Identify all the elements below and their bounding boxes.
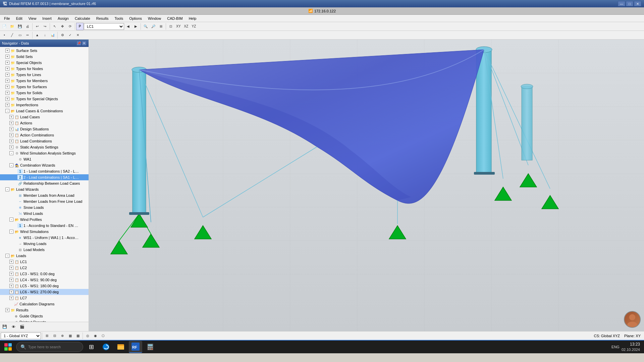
tree-item-wa1[interactable]: ⚙ WA1 [0,156,89,162]
expander-lc5[interactable]: + [9,284,13,288]
tree-item-lc7[interactable]: + 📋 LC7 [0,295,89,301]
zoom-out-btn[interactable]: 🔎 [150,23,157,30]
viewport[interactable] [89,40,644,331]
tree-item-load-wiz[interactable]: - 📂 Load Wizards [0,186,89,192]
tree-item-guide-obj[interactable]: ⊕ Guide Objects [0,313,89,319]
surface-btn[interactable]: ▭ [16,32,23,39]
nav-close-btn[interactable]: ✕ [82,41,87,46]
tree-item-combo1[interactable]: 1 1 - Load combinations | SA2 - Large de… [0,168,89,174]
bt-snap1[interactable]: ⊞ [43,332,51,340]
tree-item-solid-sets[interactable]: + 📁 Solid Sets [0,54,89,60]
tree-item-lc3[interactable]: + 📋 LC3 - WS1: 0.00 deg [0,271,89,277]
menu-file[interactable]: File [1,16,13,21]
expander-imperfections[interactable]: + [5,103,9,107]
tree-item-wind-sims[interactable]: - 📂 Wind Simulations [0,229,89,235]
tree-item-printout[interactable]: 🖨 Printout Reports [0,319,89,322]
select-btn[interactable]: ↖ [51,23,58,30]
expander-wind-profiles[interactable]: - [9,218,13,222]
expander-types-members[interactable]: + [5,79,9,83]
tree-item-surface-sets[interactable]: + 📁 Surface Sets [0,48,89,54]
expander-types-lines[interactable]: + [5,73,9,77]
expander-load-wiz[interactable]: - [5,187,9,191]
coord-system-dropdown[interactable]: 1 - Global XYZ [1,333,41,339]
tree-item-types-members[interactable]: + 📁 Types for Members [0,78,89,84]
nav-save-btn[interactable]: 💾 [1,323,9,330]
result-btn[interactable]: 📊 [49,32,56,39]
check-btn[interactable]: ✓ [66,32,74,39]
close-button[interactable]: ✕ [634,1,641,6]
taskbar-search[interactable]: 🔍 Type here to search [16,342,83,352]
viewyz-btn[interactable]: YZ [190,23,198,30]
tree-item-wind-loads[interactable]: 🌬 Wind Loads [0,210,89,217]
tree-item-results[interactable]: + 📁 Results [0,307,89,313]
user-avatar[interactable] [624,311,641,328]
expander-lc1[interactable]: + [9,260,13,264]
expander-types-surfaces[interactable]: + [5,85,9,89]
expander-lc3[interactable]: + [9,272,13,276]
member-btn[interactable]: ═ [24,32,31,39]
expander-design-sit[interactable]: + [9,127,13,131]
taskbar-apps-icon[interactable]: ⊞ [85,341,98,353]
expander-combo-wiz[interactable]: - [9,163,13,167]
minimize-button[interactable]: — [618,1,625,6]
load-btn[interactable]: ↓ [41,32,49,39]
menu-tools[interactable]: Tools [112,16,126,21]
next-lc-btn[interactable]: ▶ [132,23,140,30]
menu-options[interactable]: Options [126,16,145,21]
expander-special-objects[interactable]: + [5,61,9,65]
taskbar-rfem[interactable]: RF [129,341,142,353]
support-btn[interactable]: ▲ [34,32,41,39]
load-case-dropdown[interactable]: LC1 [84,23,124,30]
expander-lc7[interactable]: + [9,296,13,300]
viewxz-btn[interactable]: XZ [182,23,190,30]
expander-actions[interactable]: + [9,121,13,125]
tree-item-special-objects[interactable]: + 📁 Special Objects [0,60,89,66]
menu-help[interactable]: Help [186,16,199,21]
tree-item-types-solids[interactable]: + 📁 Types for Solids [0,90,89,96]
expander-types-solids[interactable]: + [5,91,9,95]
expander-load-cases-comb[interactable]: - [5,109,9,113]
start-button[interactable] [1,341,15,353]
tree-item-snow[interactable]: ❄ Snow Loads [0,204,89,210]
expander-solid-sets[interactable]: + [5,55,9,59]
zoom-in-btn[interactable]: 🔍 [142,23,149,30]
menu-edit[interactable]: Edit [13,16,25,21]
expander-types-special[interactable]: + [5,97,9,101]
tree-item-lc6[interactable]: + 📋 LC6 - WS1: 270.00 deg [0,289,89,295]
expander-types-nodes[interactable]: + [5,67,9,71]
tree-item-member-free[interactable]: ╌ Member Loads from Free Line Load [0,198,89,204]
taskbar-calculator[interactable] [144,341,157,353]
open-btn[interactable]: 📁 [8,23,16,30]
menu-calculate[interactable]: Calculate [72,16,93,21]
tree-item-rel-lc[interactable]: 🔗 Relationship Between Load Cases [0,180,89,186]
tree-item-load-cases-comb[interactable]: - 📂 Load Cases & Combinations [0,108,89,114]
bt-render1[interactable]: ◎ [84,332,91,340]
line-btn[interactable]: ╱ [8,32,16,39]
save-btn[interactable]: 💾 [16,23,23,30]
cross-btn[interactable]: ✕ [74,32,82,39]
expander-lc6[interactable]: + [9,290,13,294]
tree-item-lc5[interactable]: + 📋 LC5 - WS1: 180.00 deg [0,283,89,289]
tree-item-wind-profiles[interactable]: - 📂 Wind Profiles [0,217,89,223]
bt-view1[interactable]: ▦ [66,332,74,340]
bt-snap3[interactable]: ⊕ [59,332,66,340]
taskbar-edge[interactable] [99,341,113,353]
tree-item-static-analysis[interactable]: + ⚙ Static Analysis Settings [0,144,89,150]
bt-render3[interactable]: ⬡ [99,332,107,340]
menu-assign[interactable]: Assign [55,16,71,21]
expander-results[interactable]: + [5,308,9,312]
tree-item-types-surfaces[interactable]: + 📁 Types for Surfaces [0,84,89,90]
menu-window[interactable]: Window [145,16,164,21]
tree-item-types-special[interactable]: + 📁 Types for Special Objects [0,96,89,102]
nav-video-btn[interactable]: 🎬 [18,323,26,330]
fit-btn[interactable]: ⊞ [157,23,165,30]
expander-static[interactable]: + [9,145,13,149]
tree-item-loads[interactable]: - 📂 Loads [0,253,89,259]
menu-insert[interactable]: Insert [40,16,54,21]
tree-item-wind-sim-settings[interactable]: - ⚙ Wind Simulation Analysis Settings [0,150,89,156]
rotate-btn[interactable]: ⟳ [66,23,74,30]
nav-eye-btn[interactable]: 👁 [9,323,17,330]
pin-btn[interactable]: P [76,23,84,30]
tree-item-action-comb[interactable]: + 📋 Action Combinations [0,132,89,138]
expander-load-comb[interactable]: + [9,139,13,143]
